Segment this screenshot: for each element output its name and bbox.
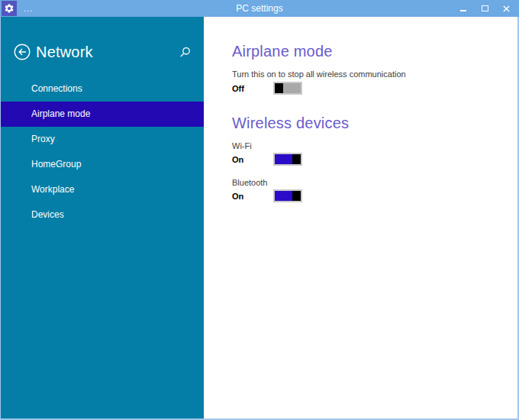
sidebar-nav: Connections Airplane mode Proxy HomeGrou…: [1, 76, 204, 228]
bluetooth-toggle[interactable]: [273, 189, 302, 202]
airplane-mode-heading: Airplane mode: [232, 43, 502, 60]
sidebar-item-proxy[interactable]: Proxy: [1, 127, 204, 152]
wifi-state: On: [232, 155, 273, 164]
bluetooth-group: Bluetooth On: [232, 178, 502, 202]
close-icon: [503, 5, 510, 12]
bluetooth-label: Bluetooth: [232, 178, 502, 188]
sidebar-item-airplane-mode[interactable]: Airplane mode: [1, 102, 204, 127]
sidebar-header: Network: [1, 44, 204, 60]
minimize-button[interactable]: [455, 0, 472, 17]
close-button[interactable]: [498, 0, 514, 17]
sidebar: Network Connections Airplane mode Proxy …: [1, 17, 204, 418]
airplane-mode-toggle[interactable]: [273, 82, 302, 95]
pc-settings-window: ... PC settings: [0, 0, 519, 420]
bluetooth-toggle-row: On: [232, 189, 502, 202]
maximize-button[interactable]: [476, 0, 493, 17]
toggle-knob: [292, 191, 301, 201]
airplane-mode-toggle-row: Off: [232, 82, 502, 95]
search-button[interactable]: [179, 47, 191, 58]
titlebar[interactable]: ... PC settings: [0, 0, 519, 17]
titlebar-overflow-button[interactable]: ...: [24, 5, 33, 12]
maximize-icon: [482, 5, 488, 11]
wifi-toggle[interactable]: [273, 153, 302, 166]
wifi-label: Wi-Fi: [232, 141, 502, 151]
toggle-knob: [292, 154, 301, 164]
bluetooth-state: On: [232, 192, 273, 201]
main-area: Network Connections Airplane mode Proxy …: [1, 17, 517, 418]
app-menu-button[interactable]: [2, 1, 17, 16]
wireless-devices-heading: Wireless devices: [232, 115, 502, 131]
sidebar-item-devices[interactable]: Devices: [1, 202, 204, 228]
wifi-group: Wi-Fi On: [232, 141, 502, 166]
sidebar-item-workplace[interactable]: Workplace: [1, 177, 204, 202]
search-icon: [179, 47, 191, 58]
window-controls: [455, 0, 519, 17]
sidebar-item-homegroup[interactable]: HomeGroup: [1, 152, 204, 177]
sidebar-item-connections[interactable]: Connections: [1, 76, 204, 102]
window-title: PC settings: [0, 0, 519, 17]
content-pane: Airplane mode Turn this on to stop all w…: [204, 17, 517, 418]
back-button[interactable]: [14, 44, 31, 60]
page-title: Network: [36, 44, 93, 61]
airplane-mode-state: Off: [232, 84, 273, 93]
wifi-toggle-row: On: [232, 153, 502, 166]
toggle-knob: [275, 83, 283, 93]
gear-icon: [4, 3, 15, 14]
airplane-mode-description: Turn this on to stop all wireless commun…: [232, 69, 502, 79]
back-arrow-icon: [14, 44, 31, 60]
minimize-icon: [460, 10, 466, 11]
